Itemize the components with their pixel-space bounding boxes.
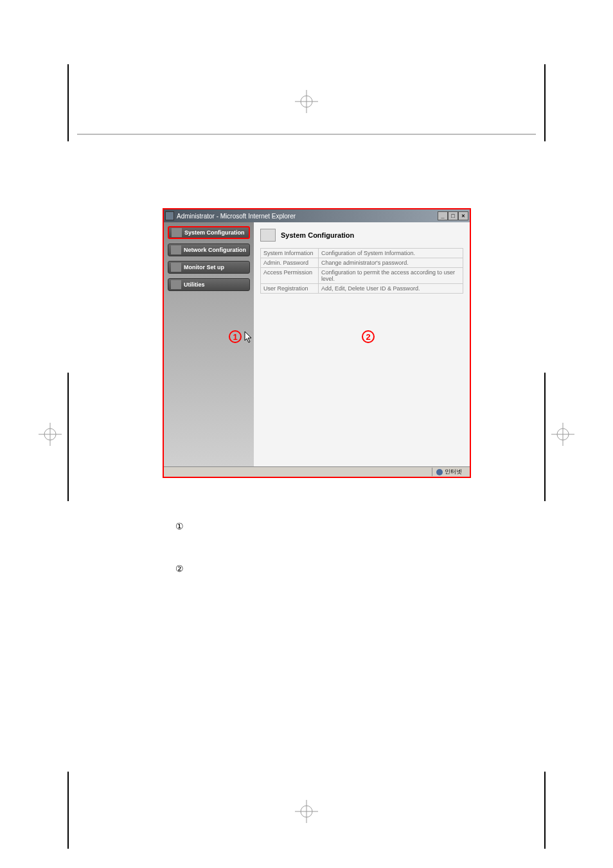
- table-row: Admin. Password Change administrator's p…: [261, 258, 463, 268]
- sidebar-item-system-configuration[interactable]: System Configuration: [168, 226, 250, 239]
- system-icon: [172, 228, 182, 237]
- status-zone: 인터넷: [432, 468, 466, 476]
- status-text: 인터넷: [445, 468, 462, 476]
- network-icon: [171, 245, 181, 254]
- minimize-button[interactable]: _: [438, 211, 448, 220]
- page-trim-line: [67, 64, 69, 141]
- cursor-icon: [244, 331, 253, 346]
- sidebar-item-label: Network Configuration: [184, 247, 246, 253]
- window-title: Administrator - Microsoft Internet Explo…: [177, 213, 438, 220]
- annotation-circle-2: 2: [362, 330, 375, 343]
- admin-window: Administrator - Microsoft Internet Explo…: [163, 208, 471, 478]
- page-trim-line: [544, 64, 546, 141]
- table-row: Access Permission Configuration to permi…: [261, 268, 463, 284]
- header-divider: [77, 134, 536, 135]
- close-button[interactable]: ×: [458, 211, 468, 220]
- table-row: System Information Configuration of Syst…: [261, 249, 463, 258]
- row-desc: Configuration of System Information.: [319, 249, 463, 258]
- monitor-icon: [171, 263, 181, 272]
- app-icon: [165, 211, 174, 220]
- window-titlebar[interactable]: Administrator - Microsoft Internet Explo…: [164, 209, 470, 222]
- row-link-admin-password[interactable]: Admin. Password: [261, 258, 319, 268]
- sidebar-item-label: Utilities: [184, 281, 205, 288]
- crop-mark-icon: [295, 800, 318, 823]
- page-trim-line: [544, 772, 546, 849]
- sidebar-item-network-configuration[interactable]: Network Configuration: [168, 244, 250, 256]
- internet-zone-icon: [436, 469, 443, 475]
- table-row: User Registration Add, Edit, Delete User…: [261, 284, 463, 294]
- sidebar-item-monitor-setup[interactable]: Monitor Set up: [168, 261, 250, 274]
- row-desc: Add, Edit, Delete User ID & Password.: [319, 284, 463, 294]
- row-desc: Change administrator's password.: [319, 258, 463, 268]
- crop-mark-icon: [295, 90, 318, 113]
- config-table: System Information Configuration of Syst…: [260, 248, 463, 294]
- row-link-system-information[interactable]: System Information: [261, 249, 319, 258]
- sidebar-item-label: System Configuration: [184, 229, 245, 236]
- content-panel: System Configuration System Information …: [254, 222, 470, 466]
- statusbar: 인터넷: [164, 466, 470, 477]
- crop-mark-icon: [39, 423, 62, 446]
- row-desc: Configuration to permit the access accor…: [319, 268, 463, 284]
- annotation-circle-1: 1: [229, 330, 242, 343]
- footnote-1: ①: [175, 520, 184, 532]
- page-trim-line: [67, 772, 69, 849]
- content-title: System Configuration: [281, 231, 354, 239]
- utilities-icon: [171, 280, 181, 289]
- maximize-button[interactable]: □: [448, 211, 458, 220]
- sidebar: System Configuration Network Configurati…: [164, 222, 254, 466]
- page-trim-line: [544, 373, 546, 501]
- crop-mark-icon: [551, 423, 574, 446]
- system-config-icon: [260, 229, 276, 242]
- row-link-user-registration[interactable]: User Registration: [261, 284, 319, 294]
- page-trim-line: [67, 373, 69, 501]
- row-link-access-permission[interactable]: Access Permission: [261, 268, 319, 284]
- sidebar-item-utilities[interactable]: Utilities: [168, 278, 250, 291]
- footnote-2: ②: [175, 563, 184, 574]
- sidebar-item-label: Monitor Set up: [184, 264, 224, 270]
